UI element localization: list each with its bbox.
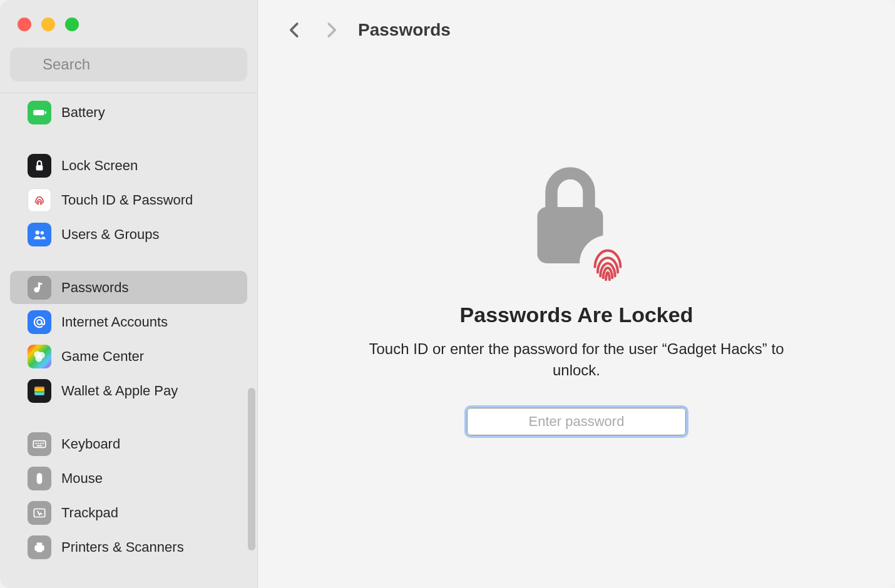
sidebar-item-label: Lock Screen [61,158,138,174]
sidebar-item-label: Wallet & Apple Pay [61,383,178,399]
svg-rect-9 [40,283,42,285]
password-input[interactable] [467,408,686,435]
svg-point-10 [37,320,42,325]
forward-button[interactable] [322,21,340,39]
sidebar-item-label: Keyboard [61,436,120,452]
sidebar-item-label: Passwords [61,280,129,296]
svg-rect-3 [45,111,46,113]
sidebar-item-users-groups[interactable]: Users & Groups [10,218,247,251]
sidebar-item-lock-screen[interactable]: Lock Screen [10,149,247,182]
sidebar-item-wallet[interactable]: Wallet & Apple Pay [10,374,247,407]
sidebar-item-keyboard[interactable]: Keyboard [10,427,247,460]
sidebar-item-label: Trackpad [61,505,118,521]
page-title: Passwords [358,20,451,40]
close-button[interactable] [18,18,31,31]
key-icon [28,276,51,300]
sidebar-item-passwords[interactable]: Passwords [10,271,247,304]
sidebar-item-label: Internet Accounts [61,314,168,330]
svg-rect-21 [38,442,39,444]
sidebar-item-internet-accounts[interactable]: Internet Accounts [10,305,247,338]
sidebar: Battery Lock Screen Touch ID & Password [0,0,258,588]
printer-icon [28,535,51,559]
svg-point-5 [36,230,40,235]
svg-rect-23 [43,442,44,444]
wallet-icon [28,379,51,403]
minimize-button[interactable] [41,18,55,31]
sidebar-scrollbar[interactable] [246,388,257,550]
sidebar-item-label: Mouse [61,470,103,487]
window-controls [0,0,257,40]
svg-rect-17 [34,391,44,393]
trackpad-icon [28,501,51,525]
sidebar-item-battery[interactable]: Battery [10,96,247,129]
lock-graphic [523,160,630,285]
svg-rect-2 [33,109,44,115]
battery-icon [28,101,51,124]
svg-rect-8 [38,282,40,289]
toolbar: Passwords [258,0,895,60]
sidebar-item-mouse[interactable]: Mouse [10,462,247,495]
locked-title: Passwords Are Locked [460,303,693,327]
lock-screen-icon [28,154,51,178]
sidebar-item-label: Game Center [61,348,144,365]
locked-pane: Passwords Are Locked Touch ID or enter t… [258,60,895,588]
mouse-icon [28,467,51,490]
svg-rect-24 [37,445,43,446]
svg-point-13 [36,355,43,362]
svg-rect-15 [34,387,44,388]
svg-rect-20 [36,442,37,444]
users-icon [28,223,51,246]
sidebar-item-touch-id[interactable]: Touch ID & Password [10,183,247,216]
fullscreen-button[interactable] [65,18,79,31]
keyboard-icon [28,432,51,456]
sidebar-item-label: Battery [61,104,105,121]
sidebar-item-printers[interactable]: Printers & Scanners [10,530,247,564]
game-center-icon [28,345,51,368]
search-field-wrap [0,40,257,93]
sidebar-item-label: Printers & Scanners [61,539,184,555]
fingerprint-icon [28,188,51,212]
sidebar-item-label: Users & Groups [61,226,160,243]
sidebar-item-label: Touch ID & Password [61,192,193,208]
svg-rect-28 [37,542,43,545]
svg-rect-22 [40,442,41,444]
locked-subtitle: Touch ID or enter the password for the u… [357,338,795,380]
sidebar-list: Battery Lock Screen Touch ID & Password [0,93,257,588]
back-button[interactable] [285,21,304,39]
svg-rect-16 [34,388,44,390]
svg-rect-4 [36,165,43,170]
sidebar-item-trackpad[interactable]: Trackpad [10,496,247,529]
svg-rect-18 [34,393,44,395]
scrollbar-thumb[interactable] [248,388,255,550]
content-pane: Passwords Passwords Are [258,0,895,588]
search-input[interactable] [10,48,247,81]
svg-rect-25 [37,473,43,484]
svg-point-6 [41,231,44,234]
sidebar-item-game-center[interactable]: Game Center [10,340,247,373]
at-sign-icon [28,310,51,334]
settings-window: Battery Lock Screen Touch ID & Password [0,0,895,588]
fingerprint-icon [580,235,636,291]
svg-rect-29 [37,549,43,552]
